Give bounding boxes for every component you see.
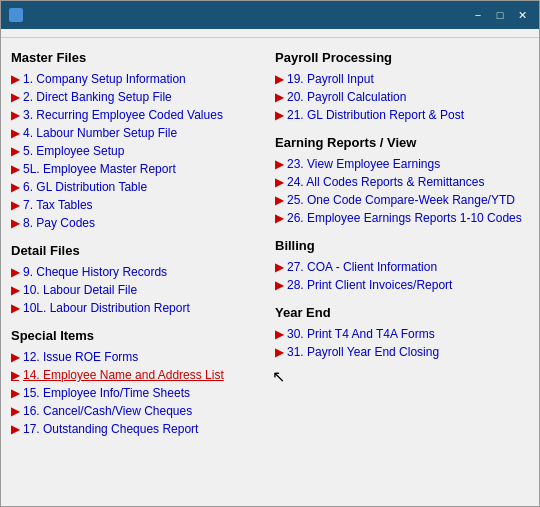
menu-label-5: 5. Employee Setup [23, 144, 124, 158]
arrow-icon-8: ▶ [11, 217, 19, 230]
menu-item-24[interactable]: ▶24. All Codes Reports & Remittances [275, 174, 529, 190]
menu-label-3: 3. Recurring Employee Coded Values [23, 108, 223, 122]
section-title-3: Year End [275, 305, 529, 320]
arrow-icon-27: ▶ [275, 261, 283, 274]
menu-label-30: 30. Print T4 And T4A Forms [287, 327, 435, 341]
arrow-icon-12: ▶ [11, 351, 19, 364]
menu-label-15: 15. Employee Info/Time Sheets [23, 386, 190, 400]
menu-item-5L[interactable]: ▶5L. Employee Master Report [11, 161, 265, 177]
menu-item-12[interactable]: ▶12. Issue ROE Forms [11, 349, 265, 365]
menu-label-8: 8. Pay Codes [23, 216, 95, 230]
menu-item-7[interactable]: ▶7. Tax Tables [11, 197, 265, 213]
menu-item-1[interactable]: ▶1. Company Setup Information [11, 71, 265, 87]
app-icon [9, 8, 23, 22]
arrow-icon-28: ▶ [275, 279, 283, 292]
menu-item-23[interactable]: ▶23. View Employee Earnings [275, 156, 529, 172]
section-title-1: Detail Files [11, 243, 265, 258]
menu-item-8[interactable]: ▶8. Pay Codes [11, 215, 265, 231]
section-title-1: Earning Reports / View [275, 135, 529, 150]
menu-label-20: 20. Payroll Calculation [287, 90, 406, 104]
arrow-icon-5L: ▶ [11, 163, 19, 176]
menu-item-6[interactable]: ▶6. GL Distribution Table [11, 179, 265, 195]
menu-item-3[interactable]: ▶3. Recurring Employee Coded Values [11, 107, 265, 123]
menu-item-10L[interactable]: ▶10L. Labour Distribution Report [11, 300, 265, 316]
arrow-icon-19: ▶ [275, 73, 283, 86]
menu-item-27[interactable]: ▶27. COA - Client Information [275, 259, 529, 275]
main-window: − □ ✕ Master Files▶1. Company Setup Info… [0, 0, 540, 507]
menu-label-14: 14. Employee Name and Address List [23, 368, 224, 382]
menu-label-9: 9. Cheque History Records [23, 265, 167, 279]
arrow-icon-14: ▶ [11, 369, 19, 382]
menu-label-23: 23. View Employee Earnings [287, 157, 440, 171]
menu-item-16[interactable]: ▶16. Cancel/Cash/View Cheques [11, 403, 265, 419]
arrow-icon-3: ▶ [11, 109, 19, 122]
menu-label-5L: 5L. Employee Master Report [23, 162, 176, 176]
menu-item-17[interactable]: ▶17. Outstanding Cheques Report [11, 421, 265, 437]
menu-label-10L: 10L. Labour Distribution Report [23, 301, 190, 315]
maximize-button[interactable]: □ [491, 6, 509, 24]
menu-label-7: 7. Tax Tables [23, 198, 93, 212]
menu-item-28[interactable]: ▶28. Print Client Invoices/Report [275, 277, 529, 293]
menu-item-5[interactable]: ▶5. Employee Setup [11, 143, 265, 159]
section-title-0: Payroll Processing [275, 50, 529, 65]
right-column: Payroll Processing▶19. Payroll Input▶20.… [275, 50, 529, 494]
window-controls: − □ ✕ [469, 6, 531, 24]
menu-item-9[interactable]: ▶9. Cheque History Records [11, 264, 265, 280]
arrow-icon-20: ▶ [275, 91, 283, 104]
arrow-icon-7: ▶ [11, 199, 19, 212]
arrow-icon-6: ▶ [11, 181, 19, 194]
menu-label-25: 25. One Code Compare-Week Range/YTD [287, 193, 515, 207]
arrow-icon-26: ▶ [275, 212, 283, 225]
menu-label-28: 28. Print Client Invoices/Report [287, 278, 452, 292]
arrow-icon-25: ▶ [275, 194, 283, 207]
menu-item-31[interactable]: ▶31. Payroll Year End Closing [275, 344, 529, 360]
menu-item-4[interactable]: ▶4. Labour Number Setup File [11, 125, 265, 141]
menu-item-25[interactable]: ▶25. One Code Compare-Week Range/YTD [275, 192, 529, 208]
arrow-icon-23: ▶ [275, 158, 283, 171]
arrow-icon-30: ▶ [275, 328, 283, 341]
menu-item-2[interactable]: ▶2. Direct Banking Setup File [11, 89, 265, 105]
title-bar-left [9, 8, 29, 22]
menu-label-17: 17. Outstanding Cheques Report [23, 422, 198, 436]
menu-label-31: 31. Payroll Year End Closing [287, 345, 439, 359]
menu-item-30[interactable]: ▶30. Print T4 And T4A Forms [275, 326, 529, 342]
content-area: Master Files▶1. Company Setup Informatio… [1, 38, 539, 506]
menu-item-15[interactable]: ▶15. Employee Info/Time Sheets [11, 385, 265, 401]
arrow-icon-10L: ▶ [11, 302, 19, 315]
arrow-icon-24: ▶ [275, 176, 283, 189]
arrow-icon-31: ▶ [275, 346, 283, 359]
menu-label-21: 21. GL Distribution Report & Post [287, 108, 464, 122]
close-button[interactable]: ✕ [513, 6, 531, 24]
title-bar: − □ ✕ [1, 1, 539, 29]
menu-label-1: 1. Company Setup Information [23, 72, 186, 86]
section-title-2: Special Items [11, 328, 265, 343]
menu-tools[interactable] [25, 31, 37, 35]
arrow-icon-4: ▶ [11, 127, 19, 140]
arrow-icon-10: ▶ [11, 284, 19, 297]
menu-help[interactable] [45, 31, 57, 35]
menu-label-24: 24. All Codes Reports & Remittances [287, 175, 484, 189]
menu-item-21[interactable]: ▶21. GL Distribution Report & Post [275, 107, 529, 123]
arrow-icon-1: ▶ [11, 73, 19, 86]
menu-item-19[interactable]: ▶19. Payroll Input [275, 71, 529, 87]
menu-item-20[interactable]: ▶20. Payroll Calculation [275, 89, 529, 105]
menu-label-4: 4. Labour Number Setup File [23, 126, 177, 140]
minimize-button[interactable]: − [469, 6, 487, 24]
arrow-icon-21: ▶ [275, 109, 283, 122]
menu-label-16: 16. Cancel/Cash/View Cheques [23, 404, 192, 418]
left-column: Master Files▶1. Company Setup Informatio… [11, 50, 265, 494]
section-title-2: Billing [275, 238, 529, 253]
arrow-icon-5: ▶ [11, 145, 19, 158]
menu-item-10[interactable]: ▶10. Labour Detail File [11, 282, 265, 298]
section-title-0: Master Files [11, 50, 265, 65]
menu-file[interactable] [5, 31, 17, 35]
arrow-icon-9: ▶ [11, 266, 19, 279]
arrow-icon-16: ▶ [11, 405, 19, 418]
menu-label-2: 2. Direct Banking Setup File [23, 90, 172, 104]
arrow-icon-2: ▶ [11, 91, 19, 104]
menu-item-26[interactable]: ▶26. Employee Earnings Reports 1-10 Code… [275, 210, 529, 226]
menu-item-14[interactable]: ▶14. Employee Name and Address List↖ [11, 367, 265, 383]
menu-label-19: 19. Payroll Input [287, 72, 374, 86]
menu-label-6: 6. GL Distribution Table [23, 180, 147, 194]
arrow-icon-17: ▶ [11, 423, 19, 436]
